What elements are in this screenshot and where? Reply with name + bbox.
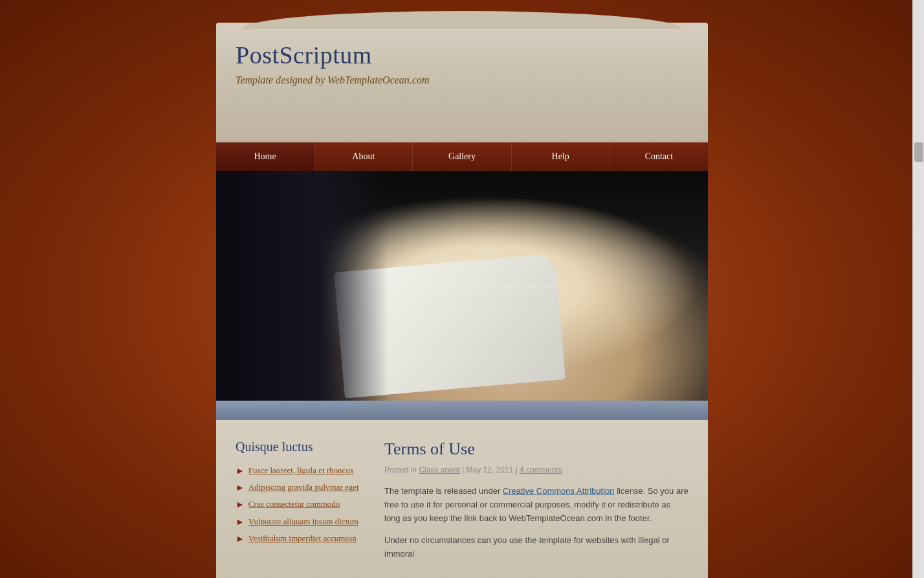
- post-meta: Posted in Class apent | May 12, 2011 | 4…: [384, 465, 688, 474]
- bullet-icon: ►: [236, 466, 245, 476]
- content-area: Quisque luctus ► Fusce laoreet, ligula e…: [216, 420, 708, 578]
- nav-item-gallery[interactable]: Gallery: [413, 142, 511, 171]
- sidebar-link-1[interactable]: Fusce laoreet, ligula et rhoncus: [248, 465, 353, 476]
- list-item: ► Vestibulum imperdiet accumsan: [236, 533, 365, 544]
- post-title: Terms of Use: [384, 439, 688, 459]
- sidebar-link-3[interactable]: Cras consectetur commodo: [248, 498, 340, 510]
- main-content: Terms of Use Posted in Class apent | May…: [384, 439, 688, 570]
- site-header: PostScriptum Template designed by WebTem…: [216, 23, 708, 142]
- sidebar-link-4[interactable]: Vulputate aliquam ipsum dictum: [248, 516, 358, 528]
- sidebar-link-2[interactable]: Adipiscing gravida pulvinar eget: [248, 482, 359, 493]
- post-body: The template is released under Creative …: [384, 485, 688, 561]
- bullet-icon: ►: [236, 500, 245, 510]
- site-title: PostScriptum: [236, 41, 688, 69]
- nav-item-contact[interactable]: Contact: [610, 142, 708, 171]
- sidebar-link-5[interactable]: Vestibulum imperdiet accumsan: [248, 533, 357, 544]
- main-nav: Home About Gallery Help Contact: [216, 142, 708, 171]
- page-wrapper: PostScriptum Template designed by WebTem…: [216, 23, 708, 578]
- post-paragraph-2: Under no circumstances can you use the t…: [384, 534, 688, 561]
- list-item: ► Fusce laoreet, ligula et rhoncus: [236, 465, 365, 476]
- nav-item-help[interactable]: Help: [512, 142, 610, 171]
- post-paragraph-1: The template is released under Creative …: [384, 485, 688, 525]
- nav-item-about[interactable]: About: [314, 142, 413, 171]
- hero-fold: [216, 401, 708, 420]
- nav-item-home[interactable]: Home: [216, 142, 314, 171]
- cc-license-link[interactable]: Creative Commons Attribution: [503, 486, 615, 496]
- sidebar: Quisque luctus ► Fusce laoreet, ligula e…: [236, 439, 365, 570]
- hero-image: www.thepcmanwebsite.com: [216, 171, 708, 401]
- scrollbar[interactable]: [912, 0, 924, 578]
- hero-photo: [216, 171, 708, 401]
- post-date: May 12, 2011: [467, 465, 514, 474]
- post-category-link[interactable]: Class apent: [419, 465, 459, 474]
- bullet-icon: ►: [236, 483, 245, 493]
- post-comments-link[interactable]: 4 comments: [520, 465, 562, 474]
- list-item: ► Cras consectetur commodo: [236, 498, 365, 510]
- list-item: ► Vulputate aliquam ipsum dictum: [236, 516, 365, 528]
- bullet-icon: ►: [236, 517, 245, 528]
- sidebar-list: ► Fusce laoreet, ligula et rhoncus ► Adi…: [236, 465, 365, 544]
- bullet-icon: ►: [236, 534, 245, 544]
- sidebar-title: Quisque luctus: [236, 439, 365, 454]
- post-meta-label: Posted in: [384, 465, 417, 474]
- site-subtitle: Template designed by WebTemplateOcean.co…: [236, 74, 688, 86]
- scrollbar-thumb[interactable]: [914, 142, 923, 162]
- list-item: ► Adipiscing gravida pulvinar eget: [236, 482, 365, 493]
